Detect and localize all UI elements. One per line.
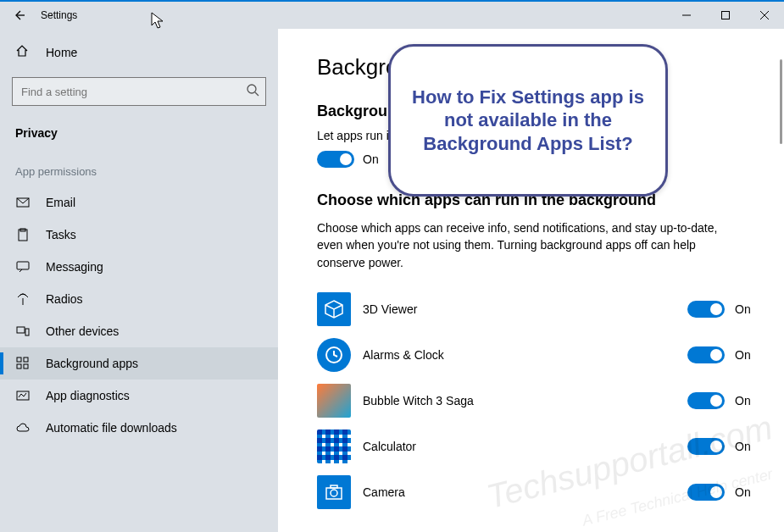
sidebar-category: Privacy	[0, 118, 278, 152]
sidebar-item-messaging[interactable]: Messaging	[0, 251, 278, 283]
master-toggle[interactable]	[317, 151, 354, 168]
app-icon-calculator	[317, 429, 351, 463]
sidebar-section-label: App permissions	[0, 152, 278, 186]
app-toggle-state: On	[735, 302, 751, 316]
callout-text: How to Fix Settings app is not available…	[409, 86, 647, 156]
sidebar-item-background-apps[interactable]: Background apps	[0, 347, 278, 380]
svg-point-1	[247, 85, 256, 93]
titlebar: Settings	[0, 2, 784, 29]
devices-icon	[15, 324, 31, 338]
app-toggle[interactable]	[687, 392, 725, 409]
scrollbar-thumb[interactable]	[780, 59, 782, 144]
sidebar-item-radios[interactable]: Radios	[0, 283, 278, 315]
app-toggle-state: On	[735, 348, 751, 362]
app-name: Camera	[363, 485, 687, 499]
minimize-icon	[681, 10, 692, 20]
sidebar-item-label: Messaging	[46, 260, 103, 274]
sidebar-item-app-diagnostics[interactable]: App diagnostics	[0, 380, 278, 412]
app-name: Calculator	[363, 440, 687, 453]
app-toggle[interactable]	[687, 301, 725, 318]
cloud-icon	[15, 421, 31, 435]
sidebar-item-label: Background apps	[46, 357, 138, 370]
sidebar-item-label: Tasks	[46, 228, 76, 241]
svg-rect-16	[331, 485, 337, 488]
app-row: Bubble Witch 3 Saga On	[317, 378, 764, 424]
sidebar-item-label: Automatic file downloads	[46, 421, 177, 435]
sidebar-item-label: Radios	[46, 292, 83, 306]
message-icon	[15, 260, 31, 274]
minimize-button[interactable]	[667, 2, 706, 29]
app-name: Alarms & Clock	[363, 348, 687, 362]
sidebar-item-email[interactable]: Email	[0, 186, 278, 219]
sidebar-home-label: Home	[46, 46, 77, 59]
app-toggle-state: On	[735, 440, 751, 453]
sidebar-home[interactable]: Home	[0, 36, 278, 69]
app-toggle-state: On	[735, 485, 751, 499]
antenna-icon	[15, 292, 31, 306]
svg-rect-8	[17, 357, 21, 362]
master-toggle-state: On	[363, 152, 379, 166]
home-icon	[15, 44, 31, 60]
sidebar-item-automatic-downloads[interactable]: Automatic file downloads	[0, 412, 278, 444]
svg-rect-0	[722, 12, 730, 19]
sidebar-item-label: App diagnostics	[46, 389, 130, 402]
app-name: 3D Viewer	[363, 302, 687, 316]
app-icon-camera	[317, 475, 351, 509]
app-toggle[interactable]	[687, 438, 725, 455]
sidebar-item-other-devices[interactable]: Other devices	[0, 315, 278, 347]
sidebar-item-tasks[interactable]: Tasks	[0, 219, 278, 251]
grid-icon	[15, 357, 31, 370]
app-row: 3D Viewer On	[317, 286, 764, 332]
close-icon	[759, 10, 770, 20]
app-row: Alarms & Clock On	[317, 332, 764, 378]
clipboard-icon	[15, 228, 31, 241]
sidebar-item-label: Other devices	[46, 324, 119, 338]
svg-rect-10	[17, 364, 21, 369]
app-name: Bubble Witch 3 Saga	[363, 394, 687, 407]
app-icon-3dviewer	[317, 292, 351, 326]
mail-icon	[15, 196, 31, 209]
maximize-button[interactable]	[706, 2, 745, 29]
svg-rect-7	[25, 329, 29, 335]
app-toggle-state: On	[735, 394, 751, 407]
sidebar-item-label: Email	[46, 196, 75, 209]
svg-rect-11	[24, 364, 28, 369]
sidebar: Home Privacy App permissions Email Tasks…	[0, 29, 278, 532]
app-row: Calculator On	[317, 424, 764, 469]
app-row: Camera On	[317, 469, 764, 515]
svg-rect-5	[17, 262, 29, 269]
annotation-callout: How to Fix Settings app is not available…	[388, 44, 668, 230]
svg-rect-9	[24, 357, 28, 362]
back-button[interactable]	[0, 2, 37, 29]
app-icon-alarms	[317, 338, 351, 372]
svg-rect-6	[17, 327, 25, 333]
app-icon-bubblewitch	[317, 384, 351, 418]
diagnostics-icon	[15, 389, 31, 402]
window-title: Settings	[41, 9, 77, 21]
search-input[interactable]	[12, 77, 266, 106]
arrow-left-icon	[12, 8, 25, 22]
svg-point-15	[331, 490, 337, 496]
search-icon	[246, 83, 259, 100]
app-toggle[interactable]	[687, 346, 725, 363]
maximize-icon	[720, 10, 731, 20]
app-toggle[interactable]	[687, 484, 725, 501]
close-button[interactable]	[745, 2, 784, 29]
